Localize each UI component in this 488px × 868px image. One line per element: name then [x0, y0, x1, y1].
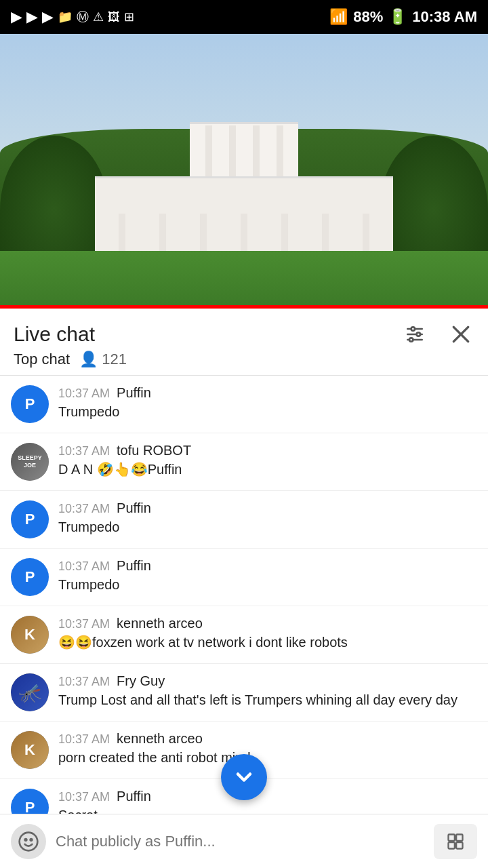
file-icon: 📁: [58, 9, 73, 24]
message-author: tofu ROBOT: [117, 443, 191, 458]
avatar: SLEEPYJOE: [11, 443, 49, 481]
battery-level: 88%: [353, 8, 383, 26]
chat-message: P 10:37 AM Puffin Trumpedo: [0, 491, 488, 549]
message-time: 10:37 AM: [58, 790, 110, 804]
message-author: Puffin: [117, 500, 151, 516]
svg-rect-12: [456, 834, 462, 840]
play-icon: ▶: [11, 8, 22, 26]
filter-button[interactable]: [401, 321, 428, 348]
chat-header: Live chat Top chat: [0, 309, 488, 376]
chat-title: Live chat: [14, 323, 95, 346]
svg-point-4: [417, 332, 420, 336]
chat-input-bar: [0, 814, 488, 868]
message-text: D A N 🤣👆😂Puffin: [58, 462, 182, 477]
message-content: 10:37 AM kenneth arceo porn created the …: [58, 731, 477, 767]
battery-icon: 🔋: [388, 8, 407, 26]
message-content: 10:37 AM Puffin Trumpedo: [58, 500, 477, 536]
avatar: P: [11, 558, 49, 596]
viewer-count-number: 121: [102, 351, 127, 368]
message-time: 10:37 AM: [58, 444, 110, 458]
svg-rect-13: [449, 842, 455, 848]
clock: 10:38 AM: [412, 8, 477, 26]
svg-rect-11: [449, 834, 455, 840]
message-time: 10:37 AM: [58, 675, 110, 689]
svg-point-3: [411, 327, 415, 330]
avatar: K: [11, 731, 49, 769]
send-button[interactable]: [434, 824, 477, 859]
grid-icon: ⊞: [124, 9, 134, 24]
message-content: 10:37 AM tofu ROBOT D A N 🤣👆😂Puffin: [58, 443, 477, 479]
notification-icons: ▶ ▶ ▶ 📁 Ⓜ ⚠ 🖼 ⊞: [11, 8, 134, 26]
avatar: 🦟: [11, 673, 49, 711]
chat-text-input[interactable]: [56, 824, 424, 859]
message-text: Trumpedo: [58, 404, 119, 419]
chat-message: SLEEPYJOE 10:37 AM tofu ROBOT D A N 🤣👆😂P…: [0, 433, 488, 491]
avatar: K: [11, 616, 49, 654]
scroll-down-button[interactable]: [221, 754, 267, 800]
play-icon-2: ▶: [26, 8, 38, 26]
emoji-button[interactable]: [11, 824, 46, 859]
message-text: Trumpedo: [58, 577, 119, 592]
message-text: porn created the anti robot mind: [58, 750, 251, 765]
status-bar: ▶ ▶ ▶ 📁 Ⓜ ⚠ 🖼 ⊞ 📶 88% 🔋 10:38 AM: [0, 0, 488, 34]
message-content: 10:37 AM Puffin Trumpedo: [58, 558, 477, 594]
message-text: Trumpedo: [58, 519, 119, 534]
message-author: kenneth arceo: [117, 616, 203, 631]
message-time: 10:37 AM: [58, 387, 110, 401]
svg-point-9: [25, 839, 27, 841]
wifi-icon: 📶: [329, 8, 348, 26]
chat-message: P 10:37 AM Puffin Trumpedo: [0, 376, 488, 433]
avatar: P: [11, 500, 49, 538]
svg-point-5: [409, 338, 413, 341]
warning-icon: ⚠: [93, 9, 104, 24]
m-icon: Ⓜ: [77, 9, 89, 25]
message-author: Puffin: [117, 789, 151, 804]
chat-message: P 10:37 AM Puffin Trumpedo: [0, 549, 488, 606]
viewer-count-display: 👤 121: [79, 351, 127, 368]
message-author: Fry Guy: [117, 673, 165, 689]
message-text: 😆😆foxzen work at tv network i dont like …: [58, 635, 348, 650]
message-author: Puffin: [117, 558, 151, 574]
message-author: kenneth arceo: [117, 731, 203, 747]
close-button[interactable]: [447, 321, 474, 348]
video-player[interactable]: [0, 34, 488, 305]
chat-message: 🦟 10:37 AM Fry Guy Trump Lost and all th…: [0, 664, 488, 722]
person-icon: 👤: [79, 351, 98, 368]
svg-rect-14: [456, 842, 462, 848]
message-time: 10:37 AM: [58, 559, 110, 574]
message-content: 10:37 AM Fry Guy Trump Lost and all that…: [58, 673, 477, 709]
svg-point-10: [30, 839, 33, 841]
message-content: 10:37 AM kenneth arceo 😆😆foxzen work at …: [58, 616, 477, 652]
image-icon: 🖼: [108, 10, 120, 24]
message-content: 10:37 AM Puffin Trumpedo: [58, 385, 477, 421]
play-icon-3: ▶: [42, 8, 54, 26]
top-chat-label[interactable]: Top chat: [14, 351, 70, 368]
chat-message: K 10:37 AM kenneth arceo 😆😆foxzen work a…: [0, 606, 488, 664]
message-time: 10:37 AM: [58, 617, 110, 631]
system-info: 📶 88% 🔋 10:38 AM: [329, 8, 477, 26]
message-time: 10:37 AM: [58, 502, 110, 516]
header-actions: [401, 321, 474, 348]
message-time: 10:37 AM: [58, 732, 110, 747]
message-author: Puffin: [117, 385, 151, 401]
message-text: Trump Lost and all that's left is Trumpe…: [58, 692, 458, 707]
avatar: P: [11, 385, 49, 423]
svg-point-8: [20, 832, 38, 850]
